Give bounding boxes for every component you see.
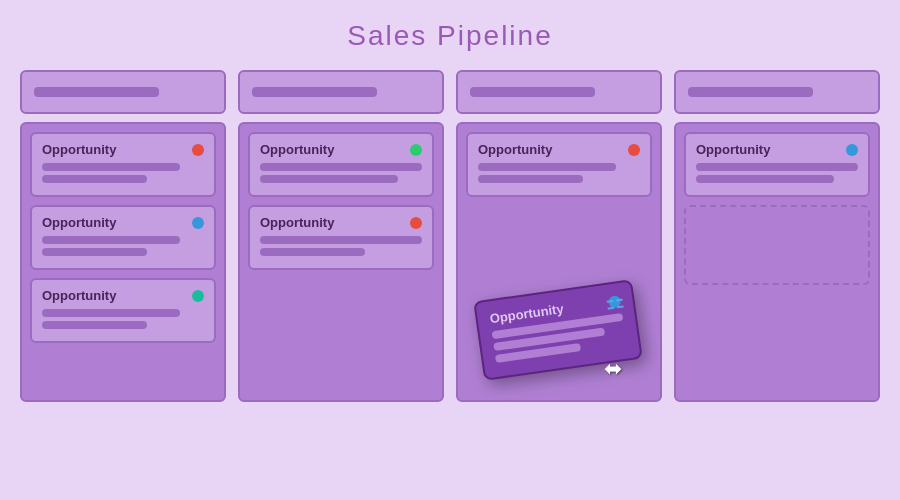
card-c6-line2 [478, 175, 583, 183]
card-c7-line1 [696, 163, 858, 171]
card-c3-title: Opportunity [42, 288, 116, 303]
col3-header-bar [470, 87, 595, 97]
card-c7-title: Opportunity [696, 142, 770, 157]
col2-header-bar [252, 87, 377, 97]
col4-body: Opportunity [674, 122, 880, 402]
col2-header [238, 70, 444, 114]
card-c1-line2 [42, 175, 147, 183]
card-c6-dot [628, 144, 640, 156]
card-c7-line2 [696, 175, 834, 183]
card-c4-dot [410, 144, 422, 156]
page-title: Sales Pipeline [347, 20, 552, 52]
card-c1[interactable]: Opportunity [30, 132, 216, 197]
column-4: Opportunity [674, 70, 880, 402]
card-c4[interactable]: Opportunity [248, 132, 434, 197]
drop-placeholder[interactable] [684, 205, 870, 285]
card-c2-dot [192, 217, 204, 229]
card-c6-line1 [478, 163, 616, 171]
card-c3-line1 [42, 309, 180, 317]
column-1: Opportunity Opportunity Opportunity [20, 70, 226, 402]
dragging-card[interactable]: Opportunity ⚏ [473, 279, 643, 380]
card-c4-line2 [260, 175, 398, 183]
card-c2-title: Opportunity [42, 215, 116, 230]
card-c2-line1 [42, 236, 180, 244]
card-c6-title: Opportunity [478, 142, 552, 157]
card-c7[interactable]: Opportunity [684, 132, 870, 197]
card-c1-line1 [42, 163, 180, 171]
column-3: Opportunity Opportunity ⚏ ⬌ [456, 70, 662, 402]
card-c3[interactable]: Opportunity [30, 278, 216, 343]
pipeline-board: Opportunity Opportunity Opportunity [20, 70, 880, 402]
card-c1-title: Opportunity [42, 142, 116, 157]
card-c3-dot [192, 290, 204, 302]
col3-header [456, 70, 662, 114]
col1-header [20, 70, 226, 114]
card-c5[interactable]: Opportunity [248, 205, 434, 270]
col4-header-bar [688, 87, 813, 97]
card-c4-line1 [260, 163, 422, 171]
col3-body: Opportunity Opportunity ⚏ ⬌ [456, 122, 662, 402]
column-2: Opportunity Opportunity [238, 70, 444, 402]
card-c7-dot [846, 144, 858, 156]
card-c5-line1 [260, 236, 422, 244]
card-c5-title: Opportunity [260, 215, 334, 230]
col4-header [674, 70, 880, 114]
col1-header-bar [34, 87, 159, 97]
card-c2[interactable]: Opportunity [30, 205, 216, 270]
card-c6[interactable]: Opportunity [466, 132, 652, 197]
card-c1-dot [192, 144, 204, 156]
card-c5-line2 [260, 248, 365, 256]
card-c3-line2 [42, 321, 147, 329]
drag-icon: ⚏ [603, 288, 626, 317]
card-c2-line2 [42, 248, 147, 256]
col1-body: Opportunity Opportunity Opportunity [20, 122, 226, 402]
col2-body: Opportunity Opportunity [238, 122, 444, 402]
card-c4-title: Opportunity [260, 142, 334, 157]
card-c5-dot [410, 217, 422, 229]
